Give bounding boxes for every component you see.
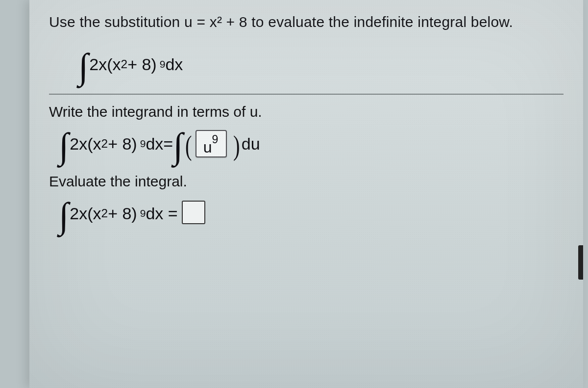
inner-exp: 2 [101, 129, 108, 158]
integral-symbol: ∫ [78, 52, 89, 81]
u-base: u [203, 138, 212, 155]
du: du [242, 129, 260, 158]
instruction: Use the substitution u = x² + 8 to evalu… [49, 14, 513, 30]
integral-symbol: ∫ [173, 131, 184, 160]
integrand-coef: 2x [89, 50, 107, 79]
section-divider [49, 94, 564, 95]
integrand-coef: 2x [70, 129, 87, 158]
given-integral: ∫ 2x ( x 2 + 8 ) 9 dx [78, 50, 564, 79]
part2-equation: ∫ 2x ( x 2 + 8 ) 9 dx = [59, 199, 564, 228]
rparen: ) [131, 199, 137, 228]
part2-prompt: Evaluate the integral. [49, 173, 564, 190]
integral-symbol: ∫ [59, 201, 70, 230]
part1-answer-box[interactable]: u9 [196, 130, 227, 158]
outer-exp: 9 [140, 199, 146, 228]
dx: dx [165, 50, 183, 79]
plus-eight: + 8 [108, 199, 131, 228]
lparen: ( [107, 50, 112, 79]
outer-exp: 9 [160, 50, 166, 79]
equals: = [163, 129, 173, 158]
part1-prompt: Write the integrand in terms of u. [49, 103, 564, 120]
integral-symbol: ∫ [59, 131, 70, 160]
u-exp: 9 [212, 133, 219, 146]
inner-exp: 2 [121, 50, 128, 79]
plus-eight: + 8 [127, 50, 151, 79]
rparen: ) [151, 50, 156, 79]
inner-x: x [93, 199, 101, 228]
inner-exp: 2 [101, 199, 108, 228]
big-rparen: ) [233, 131, 240, 160]
inner-x: x [93, 129, 101, 158]
lparen: ( [87, 129, 93, 158]
lparen: ( [87, 199, 93, 228]
dx: dx [146, 129, 163, 158]
big-lparen: ( [185, 131, 192, 160]
instruction-text: Use the substitution u = x² + 8 to evalu… [49, 9, 564, 45]
integrand-coef: 2x [70, 199, 87, 228]
equals: dx = [146, 199, 177, 228]
inner-x: x [113, 50, 121, 79]
plus-eight: + 8 [108, 129, 131, 158]
part2-answer-box[interactable] [182, 201, 205, 224]
part1-equation: ∫ 2x ( x 2 + 8 ) 9 dx = ∫ ( u9 ) du [59, 129, 564, 158]
rparen: ) [131, 129, 137, 158]
worksheet-page: Use the substitution u = x² + 8 to evalu… [29, 0, 583, 388]
outer-exp: 9 [140, 129, 146, 158]
page-edge-mark [578, 245, 583, 280]
